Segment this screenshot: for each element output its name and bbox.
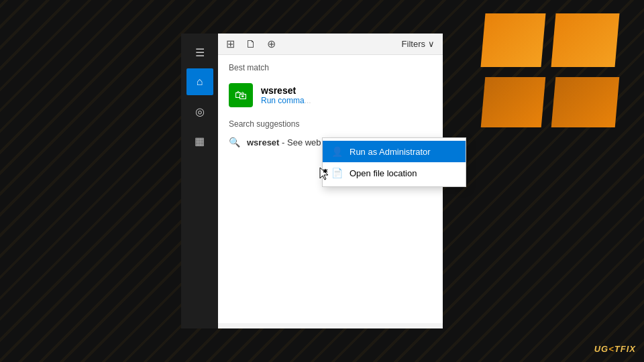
app-info: wsreset Run comma...	[261, 85, 311, 105]
run-as-admin-icon: 👤	[331, 146, 343, 157]
windows-logo-decoration	[470, 13, 617, 147]
sidebar-calculator[interactable]: ▦	[186, 127, 213, 154]
filters-chevron: ∨	[428, 39, 435, 49]
globe-icon[interactable]: ⊕	[267, 38, 276, 50]
search-toolbar: ⊞ 🗋 ⊕ Filters ∨	[218, 34, 443, 55]
run-as-administrator-item[interactable]: 👤 Run as Administrator	[323, 141, 466, 162]
sidebar-settings[interactable]: ◎	[186, 98, 213, 125]
filters-label: Filters	[402, 39, 425, 49]
start-menu: ☰ ⌂ ◎ ▦ ⊞ 🗋 ⊕ Filters ∨ Best match 🛍 wsr…	[181, 34, 443, 328]
sidebar-hamburger[interactable]: ☰	[186, 39, 213, 66]
grid-view-icon[interactable]: ⊞	[226, 38, 235, 50]
run-as-administrator-label: Run as Administrator	[350, 147, 431, 157]
sidebar-home[interactable]: ⌂	[186, 68, 213, 95]
watermark: UG<TFIX	[594, 344, 636, 354]
open-file-icon: 📄	[331, 168, 343, 178]
filters-button[interactable]: Filters ∨	[402, 39, 435, 49]
best-match-label: Best match	[229, 63, 432, 72]
best-match-item[interactable]: 🛍 wsreset Run comma...	[229, 78, 432, 113]
app-name: wsreset	[261, 85, 311, 96]
open-file-location-label: Open file location	[350, 168, 417, 178]
open-file-location-item[interactable]: 📄 Open file location	[323, 162, 466, 184]
search-suggestions-label: Search suggestions	[229, 119, 432, 129]
document-icon[interactable]: 🗋	[246, 38, 256, 50]
content-area: Best match 🛍 wsreset Run comma... Search…	[218, 55, 443, 323]
suggestion-bold: wsreset	[247, 137, 279, 147]
search-results-panel: ⊞ 🗋 ⊕ Filters ∨ Best match 🛍 wsreset Run…	[218, 34, 443, 328]
watermark-arrow: <	[608, 344, 614, 354]
wsreset-app-icon: 🛍	[229, 83, 253, 107]
context-menu: 👤 Run as Administrator 📄 Open file locat…	[322, 137, 466, 187]
app-type: Run comma...	[261, 96, 311, 105]
sidebar: ☰ ⌂ ◎ ▦	[181, 34, 218, 328]
search-icon: 🔍	[229, 137, 240, 147]
